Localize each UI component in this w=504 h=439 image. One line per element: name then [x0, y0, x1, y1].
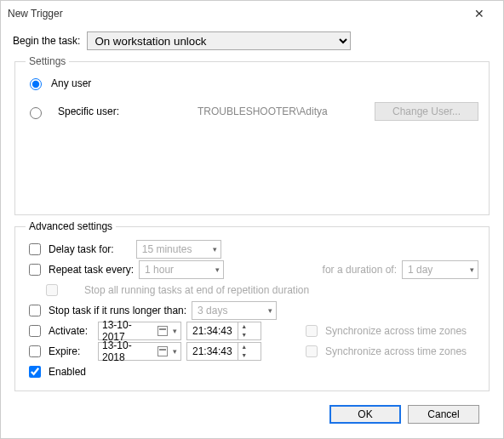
advanced-group: Advanced settings Delay task for: 15 min… [14, 220, 490, 391]
specific-user-label: Specific user: [58, 105, 184, 117]
activate-time-picker[interactable]: 21:34:43 ▲▼ [186, 322, 261, 340]
close-icon[interactable]: ✕ [462, 7, 496, 20]
ok-button[interactable]: OK [329, 405, 401, 424]
activate-sync-label: Synchronize across time zones [325, 325, 467, 337]
stop-all-label: Stop all running tasks at end of repetit… [84, 284, 309, 296]
stop-longer-value: 3 days [198, 305, 227, 316]
duration-label: for a duration of: [323, 264, 397, 276]
any-user-label: Any user [51, 77, 91, 89]
specific-user-radio[interactable] [30, 107, 42, 119]
repeat-label: Repeat task every: [49, 264, 134, 276]
repeat-combo[interactable]: 1 hour ▾ [139, 260, 224, 279]
expire-time-value: 21:34:43 [192, 345, 232, 357]
activate-date-picker[interactable]: 13-10-2017 ▾ [98, 322, 181, 340]
delay-value: 15 minutes [142, 243, 192, 255]
chevron-down-icon: ▾ [268, 306, 272, 315]
delay-combo[interactable]: 15 minutes ▾ [136, 240, 221, 259]
repeat-value: 1 hour [145, 264, 174, 276]
expire-time-picker[interactable]: 21:34:43 ▲▼ [186, 342, 261, 361]
chevron-down-icon: ▾ [470, 265, 474, 274]
time-spinner[interactable]: ▲▼ [238, 322, 250, 339]
duration-combo[interactable]: 1 day ▾ [402, 260, 478, 279]
expire-checkbox[interactable] [29, 345, 41, 357]
expire-date-value: 13-10-2018 [102, 339, 152, 363]
advanced-legend: Advanced settings [26, 220, 116, 232]
expire-sync-checkbox [306, 345, 318, 357]
settings-legend: Settings [26, 55, 69, 67]
activate-time-value: 21:34:43 [192, 325, 232, 337]
stop-longer-checkbox[interactable] [29, 305, 41, 316]
stop-longer-label: Stop task if it runs longer than: [49, 305, 186, 316]
repeat-checkbox[interactable] [29, 264, 41, 276]
stop-longer-combo[interactable]: 3 days ▾ [192, 301, 277, 320]
activate-sync-checkbox [306, 325, 318, 337]
change-user-button: Change User... [375, 102, 478, 121]
delay-label: Delay task for: [49, 243, 114, 255]
expire-label: Expire: [49, 345, 93, 357]
window-title: New Trigger [8, 8, 462, 20]
expire-sync-label: Synchronize across time zones [325, 345, 467, 357]
activate-label: Activate: [49, 325, 93, 337]
enabled-checkbox[interactable] [29, 366, 41, 378]
stop-all-checkbox [46, 284, 58, 296]
specific-user-value: TROUBLESHOOTER\Aditya [198, 105, 361, 117]
cancel-button[interactable]: Cancel [408, 405, 479, 424]
enabled-label: Enabled [49, 366, 86, 378]
expire-date-picker[interactable]: 13-10-2018 ▾ [98, 342, 181, 361]
any-user-radio[interactable] [30, 78, 42, 90]
chevron-down-icon: ▾ [215, 265, 220, 274]
begin-task-select[interactable]: On workstation unlock [87, 31, 351, 50]
chevron-down-icon: ▾ [173, 347, 177, 356]
time-spinner[interactable]: ▲▼ [238, 343, 250, 360]
calendar-icon [158, 346, 168, 356]
activate-checkbox[interactable] [29, 325, 41, 337]
chevron-down-icon: ▾ [213, 245, 217, 254]
chevron-down-icon: ▾ [173, 327, 177, 335]
settings-group: Settings Any user Specific user: TROUBLE… [14, 55, 490, 215]
begin-task-label: Begin the task: [13, 35, 80, 47]
calendar-icon [158, 326, 168, 336]
delay-checkbox[interactable] [29, 243, 41, 255]
duration-value: 1 day [408, 264, 432, 276]
